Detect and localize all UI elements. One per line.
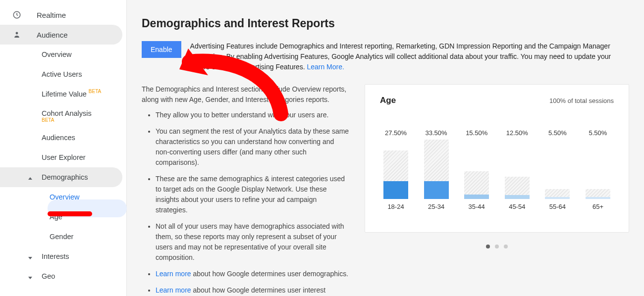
chevron-down-icon [28,274,33,279]
nav-realtime[interactable]: Realtime [0,5,126,25]
nav-lifetime-value[interactable]: Lifetime ValueBETA [0,84,126,104]
nav-active-users[interactable]: Active Users [0,64,126,84]
bullet-4: Not all of your users may have demograph… [156,221,350,263]
bar-value-label: 15.50% [466,129,487,137]
chart-bar: 5.50%55-64 [543,129,571,210]
enable-description: Advertising Features include Demographic… [190,41,629,72]
chevron-up-icon [28,175,33,180]
learn-more-link[interactable]: Learn more [156,286,191,294]
bullet-3: These are the same demographics & intere… [156,174,350,215]
pager-dot[interactable] [486,245,490,248]
nav-user-explorer[interactable]: User Explorer [0,148,126,167]
chart-bar: 27.50%18-24 [382,129,410,210]
nav-label: Audience [37,31,68,39]
intro-text: The Demographics and Interest sections i… [142,84,350,105]
learn-more-link[interactable]: Learn More. [307,63,344,71]
pager-dot[interactable] [495,245,499,248]
bullet-2: You can segment the rest of your Analyti… [156,126,350,168]
chart-title: Age [380,96,396,105]
bar-value-label: 12.50% [506,129,528,137]
beta-badge: BETA [89,89,101,94]
bar-category-label: 65+ [592,203,603,210]
bar-value-label: 33.50% [426,129,447,137]
bar-category-label: 55-64 [549,203,566,210]
chart-bar: 33.50%25-34 [423,129,450,210]
nav-geo[interactable]: Geo [0,266,126,286]
nav-demo-overview[interactable]: Overview [0,187,126,207]
sidebar: Realtime Audience Overview Active Users … [0,0,127,296]
bar-category-label: 25-34 [428,203,444,210]
enable-button[interactable]: Enable [142,41,181,58]
carousel-pager [365,245,629,248]
clock-icon [12,10,22,20]
annotation-underline [48,211,92,216]
description-column: The Demographics and Interest sections i… [142,84,350,296]
nav-label: Realtime [37,11,66,19]
learn-more-link[interactable]: Learn more [156,270,191,278]
bar-category-label: 45-54 [509,203,525,210]
nav-demographics[interactable]: Demographics [0,167,122,187]
chart-bar: 12.50%45-54 [503,129,531,210]
bullet-5: Learn more about how Google determines u… [156,269,350,279]
nav-demo-age[interactable]: Age [0,207,126,227]
nav-overview[interactable]: Overview [0,45,126,64]
chart-bars: 27.50%18-2433.50%25-3415.50%35-4412.50%4… [380,116,614,210]
chart-subtitle: 100% of total sessions [549,97,614,104]
bar-value-label: 5.50% [548,129,567,137]
page-title: Demographics and Interest Reports [142,17,629,30]
bullet-1: They allow you to better understand who … [156,110,350,120]
pager-dot[interactable] [504,245,508,248]
beta-badge: BETA [42,117,54,123]
svg-point-1 [16,32,18,35]
nav-interests[interactable]: Interests [0,247,126,266]
chart-bar: 5.50%65+ [584,129,612,210]
enable-row: Enable Advertising Features include Demo… [142,41,629,72]
nav-demo-gender[interactable]: Gender [0,227,126,247]
chart-bar: 15.50%35-44 [463,129,490,210]
bar-value-label: 5.50% [589,129,607,137]
age-chart-card: Age 100% of total sessions 27.50%18-2433… [365,84,629,233]
bar-category-label: 35-44 [469,203,485,210]
nav-cohort-analysis[interactable]: Cohort AnalysisBETA [0,104,126,128]
chevron-down-icon [28,254,33,259]
nav-audiences[interactable]: Audiences [0,128,126,148]
bar-value-label: 27.50% [385,129,407,137]
person-icon [12,30,22,40]
bullet-6: Learn more about how Google determines u… [156,285,350,296]
main-content: Demographics and Interest Reports Enable… [127,0,644,296]
nav-audience[interactable]: Audience [0,25,122,45]
bar-category-label: 18-24 [387,203,404,210]
